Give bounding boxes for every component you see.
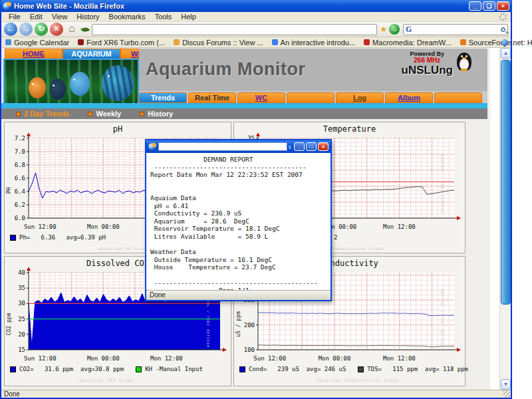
popup-status-bar: Done (146, 290, 331, 300)
forward-button[interactable]: → (19, 23, 33, 36)
page-header: Aquarium Monitor Powered By 266 MHz uNSL… (139, 49, 487, 91)
tab-real-time[interactable]: Real Time (188, 92, 236, 103)
search-magnifier-icon[interactable] (501, 27, 505, 32)
menu-file[interactable]: File (4, 12, 25, 22)
popup-minimize-button[interactable]: _ (294, 142, 305, 151)
firefox-icon (3, 2, 11, 10)
sub-tab-bullet-icon (140, 112, 144, 116)
menu-help[interactable]: Help (176, 12, 201, 22)
legend-text: Ph= 6.36 avg=6.39 pH (19, 234, 106, 241)
sub-tab-label: Weekly (96, 110, 121, 118)
svg-text:100: 100 (244, 346, 255, 353)
bookmark-favicon (5, 39, 11, 45)
bookmark-label: SourceForge.net: Help (469, 39, 532, 47)
popup-close-button[interactable]: × (318, 142, 329, 151)
ph-chart-watermark: aquarium PH Graph (98, 246, 150, 251)
large-discus-fish (102, 65, 134, 101)
nav-tab-home[interactable]: HOME (5, 49, 63, 59)
svg-text:6.0: 6.0 (15, 215, 25, 221)
menu-tools[interactable]: Tools (150, 12, 177, 22)
svg-text:Sun 12:00: Sun 12:00 (253, 355, 286, 362)
sub-tab-2-day-trends[interactable]: 2 Day Trends (16, 110, 69, 118)
svg-text:35: 35 (18, 285, 25, 291)
bookmark-an-interactive-introdu[interactable]: An interactive introdu... (272, 39, 356, 47)
popup-title-redacted (158, 142, 287, 151)
rrdtool-signature: RRDTOOL / TOBI OETIKER (440, 289, 444, 356)
rrdtool-signature: RRDTOOL / TOBI OETIKER (440, 155, 444, 221)
penguin-logo-icon (457, 53, 471, 71)
scroll-down-button[interactable]: ▼ (501, 379, 511, 390)
powered-by-block: Powered By 266 MHz uNSLUng (402, 51, 453, 76)
legend-entry: KH -Manual Input (136, 366, 203, 372)
tab-blank-6[interactable] (434, 92, 482, 103)
legend-swatch (10, 366, 16, 372)
co2-chart-watermark: Aquarium CO2 Graph (79, 378, 134, 382)
bookmark-label: Discus Forums :: View ... (182, 39, 263, 47)
menu-history[interactable]: History (72, 12, 104, 22)
svg-text:Mon 12:00: Mon 12:00 (383, 355, 416, 362)
legend-entry: TDS= 115 ppm avg= 118 ppm (358, 366, 468, 372)
demand-report-text: DEMAND REPORT --------------------------… (146, 153, 331, 293)
search-input[interactable] (414, 25, 499, 33)
sub-tab-label: 2 Day Trends (24, 110, 69, 118)
legend-entry: 2 (334, 234, 337, 241)
sub-tab-bullet-icon (88, 112, 92, 116)
resize-grip[interactable] (503, 390, 510, 397)
orange-fish (29, 77, 46, 98)
nav-tab-aquarium[interactable]: AQUARIUM (63, 49, 120, 59)
scrollbar-thumb[interactable] (501, 60, 511, 305)
restore-button[interactable]: ❏ (483, 1, 495, 11)
minimize-button[interactable]: _ (469, 1, 481, 11)
sub-tab-weekly[interactable]: Weekly (88, 110, 121, 118)
popup-title-bar[interactable]: x _ □ × (146, 140, 331, 153)
menu-edit[interactable]: Edit (25, 12, 47, 22)
sub-tab-history[interactable]: History (140, 110, 173, 118)
bookmark-google-calendar[interactable]: Google Calendar (5, 39, 69, 47)
browser-status-bar: Done (1, 390, 511, 398)
bookmarks-overflow-icon[interactable] (501, 39, 508, 46)
bookmark-discus-forums-view[interactable]: Discus Forums :: View ... (174, 39, 263, 47)
bookmark-macromedia-dreamw[interactable]: Macromedia: DreamW... (364, 39, 452, 47)
svg-text:Mon 12:00: Mon 12:00 (150, 355, 183, 362)
bookmark-star-icon[interactable]: ★ (380, 25, 387, 34)
bookmark-favicon (174, 39, 180, 45)
reload-button[interactable]: ↻ (35, 23, 48, 36)
scroll-up-button[interactable]: ▲ (501, 48, 511, 59)
menu-bookmarks[interactable]: Bookmarks (104, 12, 150, 22)
url-input[interactable] (92, 24, 377, 35)
svg-text:6.2: 6.2 (15, 201, 25, 208)
back-button[interactable]: ← (4, 23, 17, 36)
bookmark-favicon (272, 39, 278, 45)
demand-report-window: x _ □ × DEMAND REPORT ------------------… (145, 139, 332, 301)
close-button[interactable]: × (497, 1, 509, 11)
popup-maximize-button[interactable]: □ (306, 142, 317, 151)
bookmark-ford-xr6-turbo-com[interactable]: Ford XR6 Turbo.com (... (78, 39, 165, 47)
tab-blank-3[interactable] (287, 92, 334, 103)
svg-text:6.6: 6.6 (15, 175, 25, 182)
window-title-bar[interactable]: Home Web Site - Mozilla Firefox _ ❏ × (0, 0, 512, 12)
navigation-toolbar: ← → ↻ × ⌂ ★ → G (1, 22, 511, 37)
popup-title-suffix: x (289, 144, 292, 150)
svg-text:Sun 12:00: Sun 12:00 (24, 355, 57, 362)
tab-log[interactable]: Log (336, 92, 384, 103)
go-button[interactable]: → (389, 24, 400, 35)
aquarium-banner-image (3, 59, 139, 106)
bookmark-sourceforge-net-help[interactable]: SourceForge.net: Help (460, 39, 532, 47)
legend-text: Cond= 239 uS avg= 246 uS (249, 366, 346, 372)
tab-album[interactable]: Album (385, 92, 433, 103)
popup-body: DEMAND REPORT --------------------------… (146, 153, 331, 293)
home-button[interactable]: ⌂ (65, 23, 78, 36)
bookmarks-toolbar: Google CalendarFord XR6 Turbo.com (...Di… (1, 37, 511, 48)
svg-text:Sun 12:00: Sun 12:00 (24, 223, 57, 230)
legend-text: KH -Manual Input (145, 366, 203, 372)
tab-trends[interactable]: Trends (139, 92, 187, 103)
menu-view[interactable]: View (47, 12, 72, 22)
bookmark-favicon (78, 39, 84, 45)
svg-text:15: 15 (18, 346, 25, 353)
page-title: Aquarium Monitor (146, 59, 305, 80)
bookmark-label: Macromedia: DreamW... (372, 39, 452, 47)
conductivity-chart-watermark: Aquarium Conductivity Graph (317, 378, 400, 382)
tab-wc[interactable]: WC (237, 92, 285, 103)
stop-button[interactable]: × (50, 23, 63, 36)
ph-chart-title: pH (5, 124, 231, 134)
